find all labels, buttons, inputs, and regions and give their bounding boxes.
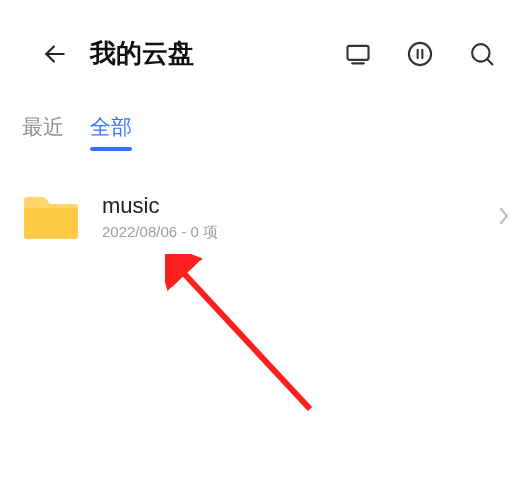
annotation-arrow — [165, 254, 365, 454]
search-icon — [468, 40, 496, 68]
header-actions — [344, 40, 496, 68]
folder-text: music 2022/08/06 - 0 项 — [102, 193, 490, 242]
display-button[interactable] — [344, 40, 372, 68]
page-title: 我的云盘 — [90, 36, 344, 71]
arrow-left-icon — [42, 41, 68, 67]
folder-row[interactable]: music 2022/08/06 - 0 项 — [0, 183, 520, 252]
svg-line-7 — [487, 59, 492, 64]
back-button[interactable] — [42, 41, 68, 67]
svg-rect-1 — [348, 45, 369, 59]
display-icon — [344, 40, 372, 68]
folder-icon — [22, 194, 80, 242]
folder-meta: 2022/08/06 - 0 项 — [102, 223, 490, 242]
transfer-button[interactable] — [406, 40, 434, 68]
tabs: 最近 全部 — [0, 91, 520, 151]
folder-name: music — [102, 193, 490, 219]
tab-recent[interactable]: 最近 — [22, 113, 64, 151]
file-list: music 2022/08/06 - 0 项 — [0, 151, 520, 252]
tab-all[interactable]: 全部 — [90, 113, 132, 151]
pause-circle-icon — [406, 40, 434, 68]
search-button[interactable] — [468, 40, 496, 68]
chevron-right-icon — [498, 206, 510, 230]
svg-line-8 — [177, 266, 310, 409]
svg-point-3 — [409, 42, 431, 64]
